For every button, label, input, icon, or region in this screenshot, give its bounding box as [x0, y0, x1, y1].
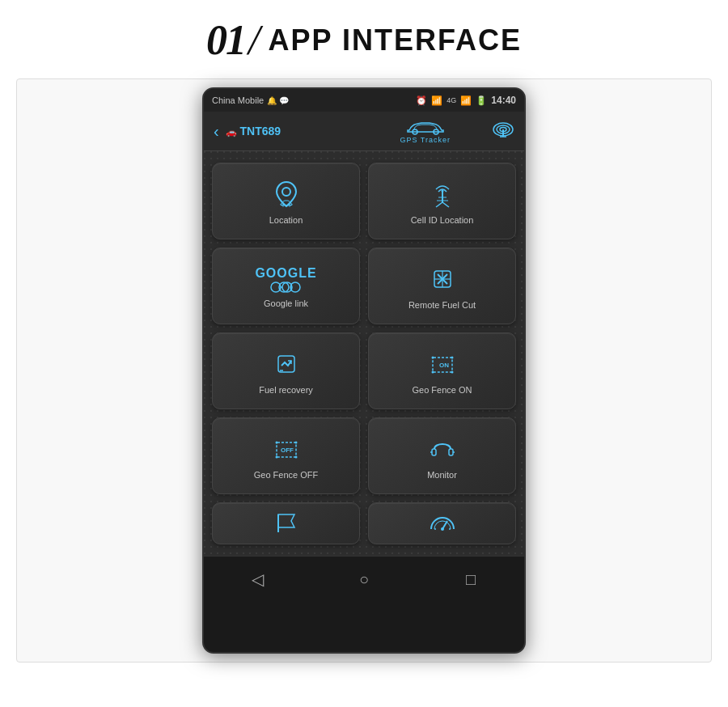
page-wrapper: 01 / APP INTERFACE China Mobile 🔔 💬 ⏰ 📶 … [0, 0, 728, 707]
carrier-icons: 🔔 💬 [267, 96, 289, 105]
monitor-button[interactable]: Monitor [368, 417, 516, 494]
svg-point-15 [441, 189, 443, 192]
svg-point-38 [275, 455, 277, 458]
svg-text:ON: ON [439, 362, 449, 369]
location-button[interactable]: Location [212, 163, 360, 239]
google-link-label: Google link [264, 298, 308, 309]
svg-rect-40 [432, 449, 436, 455]
svg-line-12 [442, 202, 449, 207]
status-icons: ⏰ 📶 4G 📶 🔋 14:40 [416, 95, 516, 106]
4g-icon: 4G [447, 96, 456, 104]
svg-text:OFF: OFF [281, 447, 294, 454]
svg-rect-41 [449, 449, 453, 455]
app-navbar: ‹ 🚗 TNT689 GPS Tracker [204, 112, 524, 151]
home-nav-button[interactable]: ○ [349, 565, 379, 594]
fuel-recovery-icon [272, 349, 301, 379]
car-logo-svg [405, 118, 446, 136]
time-display: 14:40 [491, 95, 516, 106]
section-title: APP INTERFACE [269, 23, 522, 57]
gps-tracker-logo: GPS Tracker [358, 118, 492, 144]
svg-line-11 [436, 202, 442, 207]
carrier-info: China Mobile 🔔 💬 [212, 95, 289, 105]
phone-frame: China Mobile 🔔 💬 ⏰ 📶 4G 📶 🔋 14:40 ‹ 🚗 [202, 87, 526, 654]
geo-fence-on-button[interactable]: ON Geo Fence ON [368, 332, 516, 409]
geo-fence-on-icon: ON [428, 349, 457, 379]
location-icon [272, 180, 301, 209]
fuel-recovery-label: Fuel recovery [259, 385, 313, 396]
fuel-cut-icon [428, 265, 457, 294]
svg-point-30 [431, 356, 434, 358]
cell-id-icon [428, 180, 457, 209]
google-link-button[interactable]: GOOGLE Google link [212, 248, 360, 324]
svg-point-36 [275, 441, 277, 443]
status-bar: China Mobile 🔔 💬 ⏰ 📶 4G 📶 🔋 14:40 [204, 89, 524, 112]
svg-point-32 [431, 370, 434, 373]
battery-icon: 🔋 [476, 95, 487, 106]
geo-fence-on-label: Geo Fence ON [413, 385, 472, 396]
svg-point-7 [282, 188, 290, 196]
recents-nav-button[interactable]: □ [456, 565, 485, 594]
section-number: 01 [206, 16, 245, 64]
remote-fuel-cut-button[interactable]: Remote Fuel Cut [368, 248, 516, 324]
gps-tracker-label: GPS Tracker [400, 136, 451, 144]
svg-point-39 [294, 455, 297, 458]
bottom-navigation: ◁ ○ □ [204, 556, 524, 602]
app-grid: Location C [204, 151, 524, 556]
header-slash: / [248, 16, 260, 64]
svg-point-37 [294, 441, 297, 443]
button10[interactable] [368, 502, 516, 544]
device-name: 🚗 TNT689 [226, 125, 359, 138]
geo-fence-off-label: Geo Fence OFF [254, 470, 318, 481]
fuel-recovery-button[interactable]: Fuel recovery [212, 332, 360, 409]
speedometer-icon [428, 511, 457, 536]
signal-strength-icon [492, 121, 514, 142]
alarm-icon: ⏰ [416, 95, 427, 106]
page-header: 01 / APP INTERFACE [0, 0, 728, 78]
cell-id-location-button[interactable]: Cell ID Location [368, 163, 516, 239]
content-card: China Mobile 🔔 💬 ⏰ 📶 4G 📶 🔋 14:40 ‹ 🚗 [16, 78, 712, 663]
location-label: Location [269, 215, 303, 226]
svg-point-45 [441, 527, 444, 531]
monitor-label: Monitor [427, 470, 457, 481]
button9[interactable] [212, 502, 360, 544]
flag-icon [272, 511, 301, 536]
geo-fence-off-button[interactable]: OFF Geo Fence OFF [212, 417, 360, 494]
svg-point-33 [451, 370, 453, 373]
monitor-icon [428, 434, 457, 464]
signal-icon: 📶 [460, 95, 472, 106]
google-icon: GOOGLE [255, 266, 316, 294]
svg-point-31 [451, 356, 453, 358]
remote-fuel-cut-label: Remote Fuel Cut [408, 300, 476, 311]
carrier-name: China Mobile [212, 95, 264, 105]
back-nav-button[interactable]: ◁ [243, 565, 272, 594]
back-button[interactable]: ‹ [214, 122, 219, 141]
cell-id-label: Cell ID Location [411, 215, 474, 226]
geo-fence-off-icon: OFF [272, 434, 301, 464]
wifi-icon: 📶 [431, 95, 442, 106]
